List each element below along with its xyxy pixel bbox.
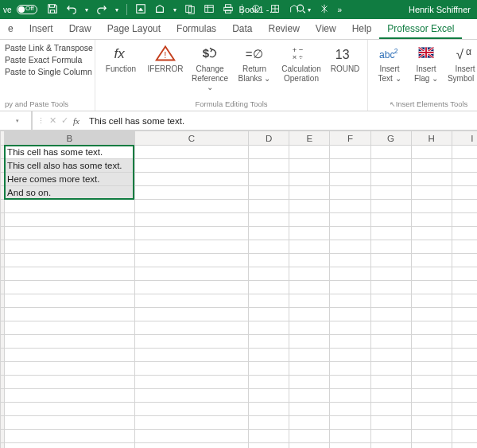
cell-F9[interactable]: [330, 254, 370, 267]
save-icon[interactable]: [47, 3, 58, 16]
cell-C21[interactable]: [134, 416, 248, 430]
cell-B5[interactable]: [5, 200, 135, 213]
cell-H16[interactable]: [411, 349, 452, 362]
col-header-B[interactable]: B: [5, 131, 135, 146]
cell-F2[interactable]: [330, 159, 370, 173]
cell-F16[interactable]: [330, 349, 370, 362]
cell-C13[interactable]: [134, 308, 248, 321]
cell-C19[interactable]: [134, 389, 248, 403]
tab-e[interactable]: e: [0, 19, 21, 39]
cell-G23[interactable]: [370, 443, 411, 449]
col-header-I[interactable]: I: [452, 131, 477, 146]
insert-flag-button[interactable]: Insert Flag ⌄: [409, 41, 443, 84]
cell-C22[interactable]: [134, 430, 248, 443]
cell-C12[interactable]: [134, 294, 248, 308]
cell-B11[interactable]: [5, 281, 135, 294]
cell-B12[interactable]: [5, 294, 135, 308]
cell-E13[interactable]: [289, 308, 330, 321]
cell-E8[interactable]: [289, 240, 330, 254]
qat-more-icon[interactable]: »: [338, 6, 343, 14]
qat-icon-1[interactable]: [135, 3, 146, 16]
cell-F6[interactable]: [330, 213, 370, 227]
iferror-button[interactable]: ! IFERROR: [145, 41, 186, 84]
cell-E2[interactable]: [289, 159, 330, 173]
cell-B20[interactable]: [5, 403, 135, 416]
tab-draw[interactable]: Draw: [61, 19, 99, 39]
cell-H23[interactable]: [411, 443, 452, 449]
cell-B8[interactable]: [5, 240, 135, 254]
cell-G11[interactable]: [370, 281, 411, 294]
search-icon[interactable]: [295, 3, 306, 16]
cell-E22[interactable]: [289, 430, 330, 443]
paste-single-column[interactable]: Paste to Single Column: [5, 67, 93, 76]
qat-icon-5[interactable]: [250, 3, 262, 16]
cell-F17[interactable]: [330, 362, 370, 376]
cell-C16[interactable]: [134, 349, 248, 362]
cell-H4[interactable]: [411, 186, 452, 200]
cell-D17[interactable]: [249, 362, 289, 376]
cell-C18[interactable]: [134, 376, 248, 389]
cell-G8[interactable]: [370, 240, 411, 254]
cell-B22[interactable]: [5, 430, 135, 443]
cell-C9[interactable]: [134, 254, 248, 267]
cell-H8[interactable]: [411, 240, 452, 254]
cell-C1[interactable]: [134, 146, 248, 159]
cell-H9[interactable]: [411, 254, 452, 267]
tab-formulas[interactable]: Formulas: [169, 19, 224, 39]
cell-C2[interactable]: [134, 159, 248, 173]
cell-G1[interactable]: [370, 146, 411, 159]
cell-H22[interactable]: [411, 430, 452, 443]
cell-F4[interactable]: [330, 186, 370, 200]
cell-G4[interactable]: [370, 186, 411, 200]
cell-B10[interactable]: [5, 267, 135, 281]
col-header-C[interactable]: C: [134, 131, 248, 146]
col-header-D[interactable]: D: [249, 131, 289, 146]
cell-I2[interactable]: [452, 159, 477, 173]
cell-C5[interactable]: [134, 200, 248, 213]
cell-D7[interactable]: [249, 227, 289, 240]
cell-I18[interactable]: [452, 376, 477, 389]
cell-G21[interactable]: [370, 416, 411, 430]
cell-B18[interactable]: [5, 376, 135, 389]
cell-I22[interactable]: [452, 430, 477, 443]
cell-H15[interactable]: [411, 335, 452, 349]
col-header-E[interactable]: E: [289, 131, 330, 146]
cell-I15[interactable]: [452, 335, 477, 349]
cell-F22[interactable]: [330, 430, 370, 443]
cell-B15[interactable]: [5, 335, 135, 349]
cell-F1[interactable]: [330, 146, 370, 159]
cell-D10[interactable]: [249, 267, 289, 281]
enter-icon[interactable]: ✓: [61, 115, 68, 126]
formula-content[interactable]: This cell has some text.: [84, 116, 477, 126]
qat-icon-4[interactable]: [204, 3, 215, 16]
cell-G17[interactable]: [370, 362, 411, 376]
cell-D23[interactable]: [249, 443, 289, 449]
cell-D13[interactable]: [249, 308, 289, 321]
cell-F18[interactable]: [330, 376, 370, 389]
cell-I17[interactable]: [452, 362, 477, 376]
cell-B17[interactable]: [5, 362, 135, 376]
cell-F21[interactable]: [330, 416, 370, 430]
cell-C11[interactable]: [134, 281, 248, 294]
cell-I23[interactable]: [452, 443, 477, 449]
cell-H19[interactable]: [411, 389, 452, 403]
cell-F11[interactable]: [330, 281, 370, 294]
cell-D15[interactable]: [249, 335, 289, 349]
cell-B4[interactable]: And so on.: [5, 186, 135, 200]
cell-C10[interactable]: [134, 267, 248, 281]
cell-I5[interactable]: [452, 200, 477, 213]
cell-E15[interactable]: [289, 335, 330, 349]
cell-I9[interactable]: [452, 254, 477, 267]
cell-D3[interactable]: [249, 173, 289, 186]
name-box[interactable]: ▾: [0, 111, 32, 130]
cell-F19[interactable]: [330, 389, 370, 403]
calc-operation-button[interactable]: + −× ÷ Calculation Operation: [278, 41, 324, 84]
cell-D16[interactable]: [249, 349, 289, 362]
cell-G9[interactable]: [370, 254, 411, 267]
cell-C3[interactable]: [134, 173, 248, 186]
cell-I3[interactable]: [452, 173, 477, 186]
autosave-toggle[interactable]: Off: [17, 5, 37, 14]
cell-H12[interactable]: [411, 294, 452, 308]
cell-G22[interactable]: [370, 430, 411, 443]
cell-G19[interactable]: [370, 389, 411, 403]
